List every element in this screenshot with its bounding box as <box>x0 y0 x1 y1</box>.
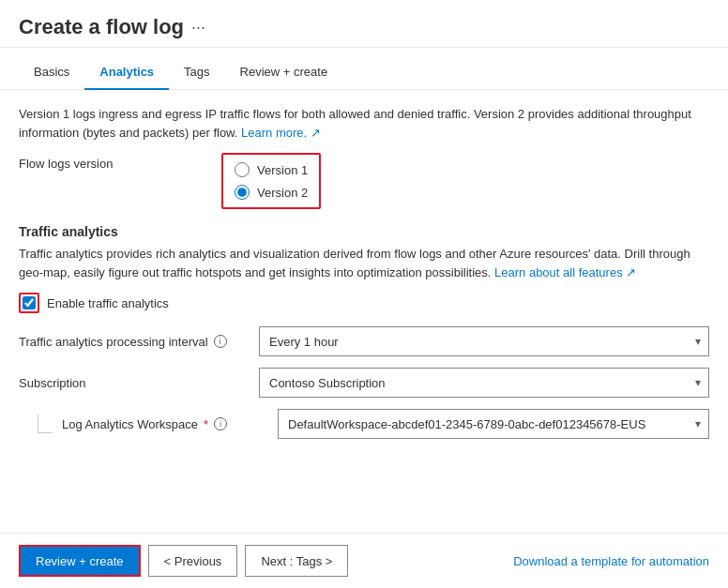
processing-interval-select[interactable]: Every 1 hour Every 10 minutes <box>269 327 699 355</box>
subscription-select[interactable]: Contoso Subscription <box>269 369 699 397</box>
log-analytics-workspace-info-icon[interactable]: i <box>214 417 227 430</box>
subscription-label: Subscription <box>19 376 244 390</box>
enable-traffic-analytics-row: Enable traffic analytics <box>19 293 709 313</box>
radio-version2-input[interactable] <box>235 185 250 200</box>
checkbox-wrapper <box>19 293 39 313</box>
subscription-label-text: Subscription <box>19 376 86 390</box>
radio-version2[interactable]: Version 2 <box>235 185 308 200</box>
subscription-dropdown[interactable]: Contoso Subscription ▾ <box>259 368 709 398</box>
radio-version1-input[interactable] <box>235 162 250 177</box>
processing-interval-dropdown[interactable]: Every 1 hour Every 10 minutes ▾ <box>259 326 709 356</box>
learn-all-features-icon: ↗ <box>626 265 636 279</box>
next-tags-button[interactable]: Next : Tags > <box>245 545 348 577</box>
sub-indent-line <box>38 415 53 433</box>
processing-interval-row: Traffic analytics processing interval i … <box>19 326 709 356</box>
more-options-icon[interactable]: ··· <box>191 18 205 38</box>
processing-interval-text: Traffic analytics processing interval <box>19 335 208 349</box>
tab-analytics[interactable]: Analytics <box>84 55 169 90</box>
page-header: Create a flow log ··· <box>0 0 728 48</box>
learn-more-icon: ↗ <box>311 126 321 140</box>
learn-all-features-link[interactable]: Learn about all features ↗ <box>494 265 636 279</box>
traffic-analytics-description: Traffic analytics provides rich analytic… <box>19 245 709 281</box>
radio-version1[interactable]: Version 1 <box>235 162 308 177</box>
log-analytics-workspace-text: Log Analytics Workspace <box>62 417 198 431</box>
version-info-text: Version 1 logs ingress and egress IP tra… <box>19 105 709 142</box>
learn-all-features-text: Learn about all features <box>494 265 623 279</box>
enable-traffic-analytics-checkbox[interactable] <box>23 296 36 309</box>
flow-logs-version-label: Flow logs version <box>19 153 206 171</box>
flow-logs-version-row: Flow logs version Version 1 Version 2 <box>19 153 709 209</box>
log-analytics-workspace-dropdown[interactable]: DefaultWorkspace-abcdef01-2345-6789-0abc… <box>278 409 709 439</box>
page-title: Create a flow log <box>19 15 184 39</box>
review-create-button[interactable]: Review + create <box>19 545 141 577</box>
log-analytics-workspace-select[interactable]: DefaultWorkspace-abcdef01-2345-6789-0abc… <box>288 410 699 438</box>
log-analytics-workspace-row: Log Analytics Workspace * i DefaultWorks… <box>19 409 709 439</box>
tab-tags[interactable]: Tags <box>169 55 224 90</box>
tabs-row: Basics Analytics Tags Review + create <box>0 55 728 90</box>
version-info-text-content: Version 1 logs ingress and egress IP tra… <box>19 107 691 140</box>
learn-more-link[interactable]: Learn more. ↗ <box>241 126 321 140</box>
required-asterisk: * <box>204 417 208 431</box>
download-template-button[interactable]: Download a template for automation <box>513 549 709 574</box>
flow-logs-version-controls: Version 1 Version 2 <box>221 153 321 209</box>
log-analytics-workspace-label: Log Analytics Workspace * i <box>38 415 263 433</box>
previous-button[interactable]: < Previous <box>148 545 238 577</box>
radio-version2-label: Version 2 <box>257 186 308 200</box>
tab-review-create[interactable]: Review + create <box>225 55 343 90</box>
processing-interval-label: Traffic analytics processing interval i <box>19 335 244 349</box>
traffic-analytics-section-title: Traffic analytics <box>19 224 709 239</box>
radio-version1-label: Version 1 <box>257 163 308 177</box>
processing-interval-info-icon[interactable]: i <box>214 335 227 348</box>
footer: Review + create < Previous Next : Tags >… <box>0 533 728 588</box>
subscription-row: Subscription Contoso Subscription ▾ <box>19 368 709 398</box>
radio-group-version: Version 1 Version 2 <box>221 153 321 209</box>
main-content: Version 1 logs ingress and egress IP tra… <box>0 90 728 465</box>
tab-basics[interactable]: Basics <box>19 55 84 90</box>
enable-traffic-analytics-label[interactable]: Enable traffic analytics <box>47 296 169 310</box>
